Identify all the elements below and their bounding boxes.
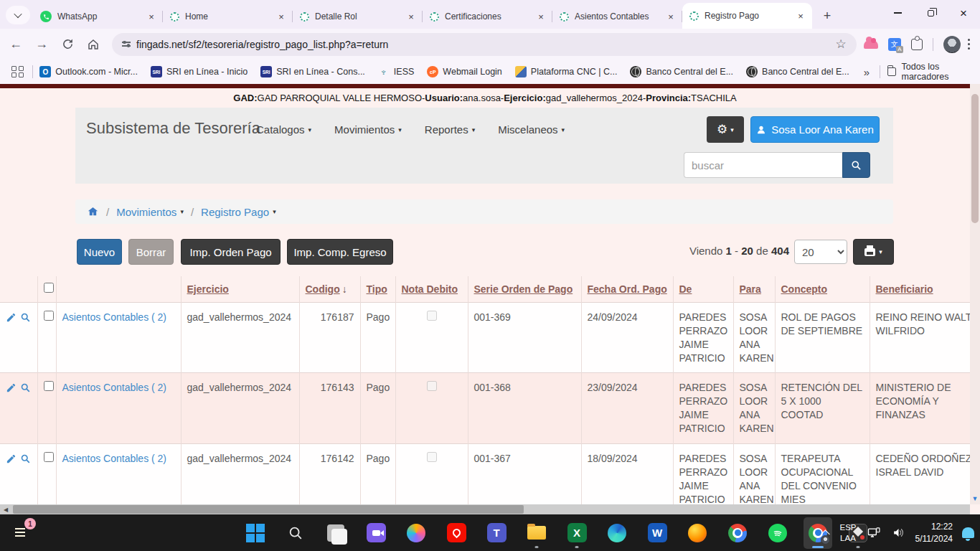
url-text[interactable]: fingads.net/sf2/tesoreria/registro_pago_… [136, 39, 836, 50]
tab-close-icon[interactable]: × [405, 11, 417, 22]
print-button[interactable]: ▾ [853, 239, 894, 265]
taskbar-search-button[interactable] [281, 517, 310, 549]
imp-orden-pago-button[interactable]: Imp. Orden Pago [181, 239, 281, 265]
tab-close-icon[interactable]: × [665, 11, 677, 22]
extensions-puzzle-icon[interactable] [911, 39, 923, 50]
vertical-scrollbar-thumb[interactable] [971, 94, 979, 223]
meet-app-button[interactable] [362, 517, 390, 549]
edit-pencil-icon[interactable] [6, 453, 17, 464]
chrome-button[interactable] [723, 517, 752, 549]
bookmark-banco-central-1[interactable]: Banco Central del E... [630, 66, 733, 77]
tab-close-icon[interactable]: × [275, 11, 287, 22]
bookmark-sri-inicio[interactable]: SRISRI en Línea - Inicio [151, 66, 248, 77]
back-button[interactable]: ← [6, 34, 26, 55]
spotify-button[interactable] [763, 517, 792, 549]
translate-icon[interactable]: 文 [888, 38, 901, 51]
scroll-down-arrow-icon[interactable]: ▼ [970, 493, 980, 504]
tab-close-icon[interactable]: × [795, 10, 806, 22]
reload-button[interactable] [57, 34, 77, 55]
extension-cloud-icon[interactable] [864, 40, 878, 49]
site-settings-icon[interactable] [122, 42, 131, 46]
home-button[interactable] [83, 34, 103, 55]
tab-detalle-rol[interactable]: Detalle Rol × [293, 4, 423, 29]
close-button[interactable]: × [947, 0, 980, 26]
tab-close-icon[interactable]: × [535, 11, 547, 22]
tab-whatsapp[interactable]: WhatsApp × [33, 4, 163, 29]
bookmark-outlook[interactable]: OOutlook.com - Micr... [39, 66, 138, 77]
home-icon[interactable] [87, 206, 99, 217]
search-button[interactable] [842, 152, 870, 178]
header-tipo[interactable]: Tipo [367, 283, 387, 295]
settings-button[interactable]: ⚙▾ [707, 116, 744, 143]
bookmark-sri-consultas[interactable]: SRISRI en Línea - Cons... [260, 66, 365, 77]
header-para[interactable]: Para [740, 283, 761, 295]
copilot-button[interactable] [402, 517, 430, 549]
address-bar[interactable]: fingads.net/sf2/tesoreria/registro_pago_… [112, 33, 857, 56]
page-size-select[interactable]: 20 [794, 240, 847, 264]
word-button[interactable]: W [643, 517, 672, 549]
speaker-icon[interactable] [891, 526, 906, 540]
browser-menu-icon[interactable] [968, 39, 970, 50]
start-button[interactable] [241, 517, 270, 549]
clock[interactable]: 12:225/11/2024 [915, 521, 953, 544]
network-icon[interactable] [866, 526, 882, 540]
user-button[interactable]: Sosa Loor Ana Karen [750, 116, 880, 143]
horizontal-scrollbar[interactable]: ◀ [0, 504, 970, 514]
menu-reportes[interactable]: Reportes▾ [425, 123, 475, 136]
bookmark-cnc[interactable]: Plataforma CNC | C... [515, 66, 618, 77]
vertical-scrollbar[interactable]: ▼ [970, 84, 980, 504]
task-view-button[interactable] [321, 517, 350, 549]
asientos-contables-link[interactable]: Asientos Contables ( 2) [62, 382, 167, 393]
header-nota-debito[interactable]: Nota Debito [402, 283, 458, 295]
bookmark-webmail[interactable]: cPWebmail Login [427, 66, 501, 77]
header-fecha-ord[interactable]: Fecha Ord. Pago [588, 283, 667, 295]
new-tab-button[interactable]: + [818, 6, 837, 25]
bookmark-banco-central-2[interactable]: Banco Central del E... [746, 66, 849, 77]
search-input[interactable] [684, 152, 842, 178]
header-codigo[interactable]: Codigo [306, 283, 340, 295]
horizontal-scrollbar-thumb[interactable] [13, 505, 524, 514]
breadcrumb-movimientos[interactable]: Movimientos▾ [116, 206, 184, 218]
tab-certificaciones[interactable]: Certificaciones × [423, 4, 552, 29]
row-checkbox[interactable] [44, 452, 54, 462]
menu-miscelaneos[interactable]: Miscelaneos▾ [498, 123, 565, 136]
scroll-left-arrow-icon[interactable]: ◀ [0, 504, 11, 514]
breadcrumb-registro-pago[interactable]: Registro Pago▾ [201, 206, 276, 218]
borrar-button[interactable]: Borrar [128, 239, 174, 265]
header-ejercicio[interactable]: Ejercicio [187, 283, 229, 295]
tab-home[interactable]: Home × [163, 4, 293, 29]
edge-button[interactable] [603, 517, 631, 549]
view-magnifier-icon[interactable] [20, 312, 31, 323]
excel-button[interactable]: X [562, 517, 591, 549]
header-de[interactable]: De [679, 283, 692, 295]
all-bookmarks-button[interactable]: Todos los marcadores [880, 62, 969, 82]
acrobat-button[interactable] [442, 517, 471, 549]
notification-bell-icon[interactable] [962, 527, 974, 538]
language-indicator[interactable]: ESPLAA [839, 522, 856, 544]
row-checkbox[interactable] [44, 311, 54, 321]
widgets-button[interactable]: 1 [11, 522, 33, 543]
select-all-checkbox[interactable] [44, 283, 54, 293]
tab-asientos-contables[interactable]: Asientos Contables × [552, 4, 682, 29]
asientos-contables-link[interactable]: Asientos Contables ( 2) [62, 453, 167, 464]
minimize-button[interactable] [881, 0, 914, 26]
tab-search-button[interactable] [6, 6, 30, 24]
restore-button[interactable] [914, 0, 947, 26]
menu-movimientos[interactable]: Movimientos▾ [334, 123, 402, 136]
tab-registro-pago-active[interactable]: Registro Pago × [682, 3, 812, 29]
teams-button[interactable]: T [482, 517, 511, 549]
imp-comp-egreso-button[interactable]: Imp. Comp. Egreso [287, 239, 393, 265]
header-concepto[interactable]: Concepto [781, 283, 828, 295]
file-explorer-button[interactable] [522, 517, 551, 549]
edit-pencil-icon[interactable] [6, 382, 17, 393]
bookmark-iess[interactable]: ♆IESS [378, 66, 415, 77]
menu-catalogos[interactable]: Catalogos▾ [256, 123, 311, 136]
asientos-contables-link[interactable]: Asientos Contables ( 2) [62, 311, 167, 323]
row-checkbox[interactable] [44, 381, 54, 391]
tab-close-icon[interactable]: × [146, 11, 157, 22]
view-magnifier-icon[interactable] [20, 453, 31, 464]
edit-pencil-icon[interactable] [6, 312, 17, 323]
nuevo-button[interactable]: Nuevo [77, 239, 122, 265]
header-serie-orden[interactable]: Serie Orden de Pago [474, 283, 573, 295]
firefox-button[interactable] [683, 517, 712, 549]
